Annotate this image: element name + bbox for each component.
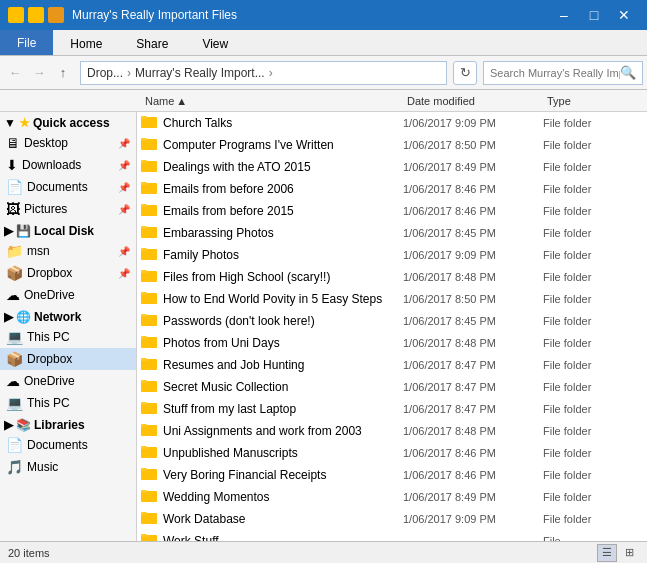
file-type: File folder — [543, 447, 643, 459]
minimize-button[interactable]: – — [549, 0, 579, 30]
search-input[interactable] — [490, 67, 620, 79]
file-type: File folder — [543, 425, 643, 437]
svg-rect-44 — [141, 424, 147, 427]
table-row[interactable]: Work Stuff File... — [137, 530, 647, 541]
file-name: Emails from before 2006 — [163, 182, 403, 196]
tab-home[interactable]: Home — [53, 32, 119, 55]
chevron-right-icon-3: ▶ — [4, 418, 13, 432]
sidebar-item-msn[interactable]: 📁 msn 📌 — [0, 240, 136, 262]
sidebar-item-dropbox[interactable]: 📦 Dropbox — [0, 348, 136, 370]
file-date: 1/06/2017 8:46 PM — [403, 183, 543, 195]
sidebar-item-onedrive-quick[interactable]: ☁ OneDrive — [0, 284, 136, 306]
table-row[interactable]: Computer Programs I've Written 1/06/2017… — [137, 134, 647, 156]
up-button[interactable]: ↑ — [52, 62, 74, 84]
tab-file[interactable]: File — [0, 30, 53, 55]
refresh-button[interactable]: ↻ — [453, 61, 477, 85]
pin-icon: 📌 — [118, 138, 130, 149]
col-header-type[interactable]: Type — [543, 95, 643, 107]
table-row[interactable]: Work Database 1/06/2017 9:09 PM File fol… — [137, 508, 647, 530]
sidebar-item-desktop[interactable]: 🖥 Desktop 📌 — [0, 132, 136, 154]
table-row[interactable]: Church Talks 1/06/2017 9:09 PM File fold… — [137, 112, 647, 134]
sidebar-item-dropbox-quick[interactable]: 📦 Dropbox 📌 — [0, 262, 136, 284]
table-row[interactable]: Wedding Momentos 1/06/2017 8:49 PM File … — [137, 486, 647, 508]
view-large-button[interactable]: ⊞ — [619, 544, 639, 562]
file-date: 1/06/2017 9:09 PM — [403, 117, 543, 129]
col-header-date[interactable]: Date modified — [403, 95, 543, 107]
file-name: Emails from before 2015 — [163, 204, 403, 218]
lib-documents-icon: 📄 — [6, 437, 23, 453]
table-row[interactable]: Very Boring Financial Receipts 1/06/2017… — [137, 464, 647, 486]
table-row[interactable]: Secret Music Collection 1/06/2017 8:47 P… — [137, 376, 647, 398]
sidebar-item-pictures[interactable]: 🖼 Pictures 📌 — [0, 198, 136, 220]
file-name: Uni Assignments and work from 2003 — [163, 424, 403, 438]
col-header-name[interactable]: Name ▲ — [141, 95, 403, 107]
table-row[interactable]: Family Photos 1/06/2017 9:09 PM File fol… — [137, 244, 647, 266]
file-type: File folder — [543, 227, 643, 239]
libraries-header[interactable]: ▶ 📚 Libraries — [0, 414, 136, 434]
disk-icon: 💾 — [16, 224, 31, 238]
pictures-icon: 🖼 — [6, 201, 20, 217]
folder-icon — [141, 180, 159, 198]
sidebar-item-downloads[interactable]: ⬇ Downloads 📌 — [0, 154, 136, 176]
file-type: File folder — [543, 161, 643, 173]
table-row[interactable]: Files from High School (scary!!) 1/06/20… — [137, 266, 647, 288]
sidebar-item-thispc-2[interactable]: 💻 This PC — [0, 392, 136, 414]
file-name: Wedding Momentos — [163, 490, 403, 504]
table-row[interactable]: Dealings with the ATO 2015 1/06/2017 8:4… — [137, 156, 647, 178]
table-row[interactable]: Uni Assignments and work from 2003 1/06/… — [137, 420, 647, 442]
svg-rect-20 — [141, 248, 147, 251]
file-name: Secret Music Collection — [163, 380, 403, 394]
folder-icon — [141, 202, 159, 220]
file-date: 1/06/2017 8:45 PM — [403, 315, 543, 327]
file-name: Church Talks — [163, 116, 403, 130]
search-box[interactable]: 🔍 — [483, 61, 643, 85]
search-icon: 🔍 — [620, 65, 636, 80]
path-sep-2: › — [269, 66, 273, 80]
table-row[interactable]: Unpublished Manuscripts 1/06/2017 8:46 P… — [137, 442, 647, 464]
tab-view[interactable]: View — [185, 32, 245, 55]
onedrive-icon-quick: ☁ — [6, 287, 20, 303]
file-type: File folder — [543, 469, 643, 481]
table-row[interactable]: Emails from before 2015 1/06/2017 8:46 P… — [137, 200, 647, 222]
sidebar-item-lib-music[interactable]: 🎵 Music — [0, 456, 136, 478]
close-button[interactable]: ✕ — [609, 0, 639, 30]
network-header[interactable]: ▶ 🌐 Network — [0, 306, 136, 326]
table-row[interactable]: Passwords (don't look here!) 1/06/2017 8… — [137, 310, 647, 332]
file-name: Stuff from my last Laptop — [163, 402, 403, 416]
table-row[interactable]: Stuff from my last Laptop 1/06/2017 8:47… — [137, 398, 647, 420]
table-row[interactable]: How to End World Povity in 5 Easy Steps … — [137, 288, 647, 310]
file-name: Resumes and Job Hunting — [163, 358, 403, 372]
tab-share[interactable]: Share — [119, 32, 185, 55]
folder-icon-msn: 📁 — [6, 243, 23, 259]
file-date: 1/06/2017 8:49 PM — [403, 161, 543, 173]
folder-icon — [141, 246, 159, 264]
svg-rect-5 — [141, 138, 147, 141]
back-button[interactable]: ← — [4, 62, 26, 84]
svg-rect-8 — [141, 160, 147, 163]
table-row[interactable]: Resumes and Job Hunting 1/06/2017 8:47 P… — [137, 354, 647, 376]
table-row[interactable]: Photos from Uni Days 1/06/2017 8:48 PM F… — [137, 332, 647, 354]
table-row[interactable]: Embarassing Photos 1/06/2017 8:45 PM Fil… — [137, 222, 647, 244]
sidebar-item-onedrive[interactable]: ☁ OneDrive — [0, 370, 136, 392]
file-date: 1/06/2017 8:48 PM — [403, 271, 543, 283]
forward-button[interactable]: → — [28, 62, 50, 84]
sidebar-item-thispc-1[interactable]: 💻 This PC — [0, 326, 136, 348]
svg-rect-53 — [141, 490, 147, 493]
folder-icon — [141, 532, 159, 542]
file-type: File... — [543, 535, 643, 542]
sidebar-item-documents[interactable]: 📄 Documents 📌 — [0, 176, 136, 198]
sidebar-item-lib-documents[interactable]: 📄 Documents — [0, 434, 136, 456]
address-path[interactable]: Drop... › Murray's Really Import... › — [80, 61, 447, 85]
pin-icon: 📌 — [118, 160, 130, 171]
file-type: File folder — [543, 117, 643, 129]
maximize-button[interactable]: □ — [579, 0, 609, 30]
table-row[interactable]: Emails from before 2006 1/06/2017 8:46 P… — [137, 178, 647, 200]
local-disk-header[interactable]: ▶ 💾 Local Disk — [0, 220, 136, 240]
quick-access-header[interactable]: ▼ ★ Quick access — [0, 112, 136, 132]
documents-icon: 📄 — [6, 179, 23, 195]
path-sep-1: › — [127, 66, 131, 80]
svg-rect-56 — [141, 512, 147, 515]
file-date: 1/06/2017 9:09 PM — [403, 513, 543, 525]
file-type: File folder — [543, 359, 643, 371]
view-details-button[interactable]: ☰ — [597, 544, 617, 562]
